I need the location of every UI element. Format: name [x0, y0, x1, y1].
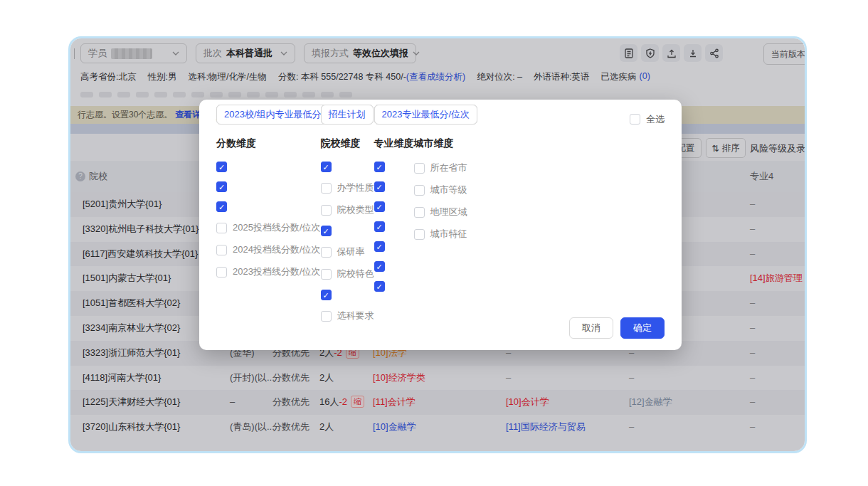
field-option-label: 招生计划	[321, 105, 374, 125]
field-option[interactable]: 所在省市	[414, 162, 467, 174]
field-checkbox[interactable]	[374, 221, 385, 232]
confirm-button[interactable]: 确定	[620, 317, 665, 339]
field-checkbox[interactable]	[414, 229, 425, 240]
field-checkbox[interactable]	[321, 290, 332, 300]
field-option-label: 2024投档线分数/位次	[233, 243, 321, 256]
field-option[interactable]: 2024投档线分数/位次	[216, 243, 321, 256]
field-option[interactable]: 招生计划	[321, 290, 374, 300]
field-option[interactable]: 院校备注	[321, 162, 374, 172]
field-option[interactable]: 城市特征	[414, 228, 467, 241]
field-option[interactable]: 学制/学费	[374, 221, 414, 232]
dimension-title: 分数维度	[216, 137, 321, 150]
field-checkbox[interactable]	[216, 223, 227, 233]
dimension-title: 院校维度	[321, 137, 374, 150]
field-option[interactable]: 保研率	[321, 245, 374, 258]
field-option[interactable]: 2023专业最低分/位次	[374, 281, 414, 292]
field-option[interactable]: 办学性质	[321, 181, 374, 194]
select-all-checkbox[interactable]	[630, 114, 640, 125]
field-option-label: 保研率	[337, 245, 365, 258]
field-checkbox[interactable]	[414, 163, 425, 174]
dimension-column: 院校维度 院校备注 办学性质 院校类型	[321, 137, 374, 332]
field-checkbox[interactable]	[216, 181, 227, 192]
field-checkbox[interactable]	[216, 162, 227, 172]
field-option[interactable]: 2023校/组内专业最低分/位次	[216, 201, 321, 212]
field-option-label: 院校特色	[337, 268, 374, 280]
field-checkbox[interactable]	[374, 261, 385, 272]
field-option[interactable]: 院校类型	[321, 204, 374, 216]
field-checkbox[interactable]	[321, 311, 332, 322]
dimension-columns: 分数维度 2025校/组内专业最低分/位次 2024校/组内专业最低分/位次	[216, 137, 665, 332]
field-checkbox[interactable]	[374, 241, 385, 252]
select-all-option[interactable]: 全选	[630, 113, 665, 126]
field-checkbox[interactable]	[414, 185, 425, 196]
field-option-label: 办学性质	[337, 181, 374, 194]
field-option[interactable]: 院校特色	[321, 268, 374, 280]
field-checkbox[interactable]	[321, 162, 332, 172]
field-option[interactable]: 2025投档线分数/位次	[216, 221, 321, 234]
field-option-label: 选科要求	[337, 310, 374, 322]
field-option[interactable]: 招生计划	[374, 201, 414, 212]
page: 学员 批次 本科普通批 填报方式 等效位次填报	[0, 0, 868, 486]
dimension-column: 分数维度 2025校/组内专业最低分/位次 2024校/组内专业最低分/位次	[216, 137, 321, 332]
field-option-label: 所在省市	[430, 162, 467, 174]
cancel-button[interactable]: 取消	[569, 317, 613, 339]
dimension-column: 城市维度 所在省市 城市等级 地理区域	[414, 137, 467, 332]
dimension-title: 专业维度	[374, 137, 414, 150]
field-option[interactable]: 城市等级	[414, 184, 467, 196]
field-checkbox[interactable]	[216, 201, 227, 212]
field-config-modal: 字段配置 全选 分数维度 2025校/组内专业最低分/位次	[199, 100, 682, 350]
field-checkbox[interactable]	[216, 267, 227, 278]
field-option-label: 2025投档线分数/位次	[233, 221, 321, 234]
field-option[interactable]: 2025校/组内专业最低分/位次	[216, 162, 321, 172]
field-checkbox[interactable]	[414, 207, 425, 218]
field-option[interactable]: 2024校/组内专业最低分/位次	[216, 181, 321, 192]
field-option-label: 地理区域	[430, 206, 467, 218]
field-option-label: 2023专业最低分/位次	[374, 105, 478, 125]
field-checkbox[interactable]	[321, 269, 332, 280]
field-checkbox[interactable]	[374, 162, 385, 172]
field-checkbox[interactable]	[321, 205, 332, 216]
field-option-label: 院校类型	[337, 204, 374, 216]
modal-footer: 取消 确定	[569, 317, 665, 339]
field-option[interactable]: 2024专业最低分/位次	[374, 261, 414, 272]
field-checkbox[interactable]	[321, 183, 332, 194]
field-option[interactable]: 2023投档线分数/位次	[216, 265, 321, 278]
select-all-label: 全选	[646, 113, 665, 126]
field-option-label: 城市等级	[430, 184, 467, 196]
field-checkbox[interactable]	[216, 245, 227, 255]
field-option[interactable]: 录取原则	[321, 226, 374, 236]
field-option-label: 城市特征	[430, 228, 467, 241]
field-option[interactable]: 选科要求	[321, 310, 374, 322]
field-checkbox[interactable]	[374, 281, 385, 292]
field-option[interactable]: 专业备注	[374, 162, 414, 172]
dimension-title: 城市维度	[414, 137, 467, 150]
field-option[interactable]: 专业荣誉	[374, 181, 414, 192]
field-checkbox[interactable]	[374, 201, 385, 212]
dimension-column: 专业维度 专业备注 专业荣誉 招生计划	[374, 137, 414, 332]
field-option[interactable]: 2025专业最低分/位次	[374, 241, 414, 252]
field-option-label: 2023投档线分数/位次	[233, 265, 321, 278]
field-option[interactable]: 地理区域	[414, 206, 467, 218]
field-checkbox[interactable]	[374, 181, 385, 192]
field-checkbox[interactable]	[321, 226, 332, 236]
field-checkbox[interactable]	[321, 247, 332, 258]
